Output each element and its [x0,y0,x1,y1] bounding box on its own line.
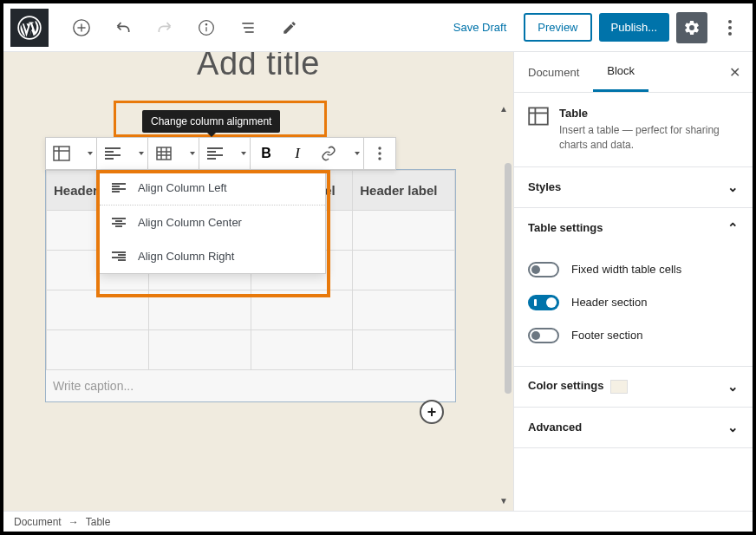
header-section-toggle[interactable] [528,295,559,310]
column-align-dropdown[interactable] [231,138,250,169]
table-cell[interactable] [353,330,455,370]
align-center-option[interactable]: Align Column Center [100,206,325,239]
column-align-button[interactable] [199,138,231,169]
table-cell[interactable] [47,330,149,370]
color-swatch [610,380,628,394]
align-right-option[interactable]: Align Column Right [100,239,325,273]
footer-section-toggle[interactable] [528,328,559,343]
block-toolbar: B I [45,137,396,170]
menu-item-label: Align Column Left [138,181,227,194]
align-button[interactable] [97,138,128,169]
table-cell[interactable] [148,330,251,370]
svg-point-10 [728,20,732,23]
scrollbar-thumb[interactable] [505,163,512,394]
breadcrumb-document[interactable]: Document [14,516,62,528]
block-description: Insert a table — perfect for sharing cha… [559,123,739,153]
chevron-up-icon: ⌃ [727,220,739,236]
table-edit-button[interactable] [148,138,179,169]
block-type-dropdown[interactable] [77,138,96,169]
preview-button[interactable]: Preview [524,13,591,42]
more-menu-button[interactable] [714,12,746,43]
more-format-dropdown[interactable] [344,138,363,169]
svg-point-12 [728,32,732,36]
align-left-option[interactable]: Align Column Left [100,171,325,206]
table-cell[interactable] [353,211,455,251]
toggle-label: Fixed width table cells [571,263,681,276]
color-settings-section-toggle[interactable]: Color settings⌄ [514,367,753,407]
table-settings-section-toggle[interactable]: Table settings⌃ [514,208,753,248]
block-more-button[interactable] [364,138,395,169]
info-button[interactable] [191,12,222,43]
menu-item-label: Align Column Center [138,216,242,229]
table-cell[interactable] [47,290,149,330]
align-dropdown[interactable] [128,138,147,169]
link-button[interactable] [313,138,344,169]
outline-button[interactable] [232,12,264,43]
svg-point-30 [378,152,381,154]
save-draft-button[interactable]: Save Draft [443,14,517,41]
toggle-label: Footer section [571,329,642,342]
publish-button[interactable]: Publish... [599,13,669,42]
block-type-button[interactable] [46,138,77,169]
table-cell[interactable] [251,290,353,330]
block-name: Table [559,107,739,120]
bold-button[interactable]: B [251,138,282,169]
table-cell[interactable] [353,290,455,330]
menu-item-label: Align Column Right [138,250,234,263]
wordpress-logo[interactable] [10,9,49,47]
settings-sidebar: Document Block ✕ Table Insert a table — … [513,52,753,511]
breadcrumb: Document → Table [3,511,753,532]
table-cell[interactable] [353,251,455,290]
tooltip: Change column alignment [142,110,280,133]
toggle-label: Header section [571,296,647,309]
edit-button[interactable] [274,12,305,43]
table-edit-dropdown[interactable] [179,138,199,169]
svg-point-11 [728,26,732,29]
fixed-width-toggle[interactable] [528,262,559,277]
page-title-placeholder[interactable]: Add title [197,52,320,82]
align-center-icon [112,218,126,228]
svg-rect-32 [529,108,548,124]
align-left-icon [112,183,126,193]
add-block-button[interactable] [66,12,97,43]
advanced-section-toggle[interactable]: Advanced⌄ [514,408,753,447]
svg-point-6 [205,23,206,24]
scroll-down-arrow[interactable]: ▼ [499,496,508,506]
top-toolbar: Save Draft Preview Publish... [3,3,753,52]
tab-block[interactable]: Block [593,52,648,92]
editor-canvas[interactable]: Add title ▲ ▼ [3,52,513,511]
table-icon [528,107,549,127]
italic-button[interactable]: I [282,138,313,169]
chevron-down-icon: ⌄ [727,420,739,435]
column-align-menu: Align Column Left Align Column Center Al… [99,170,326,274]
breadcrumb-separator: → [68,516,79,528]
svg-rect-20 [157,147,171,160]
table-header-cell[interactable]: Header label [353,171,455,211]
close-sidebar-button[interactable]: ✕ [717,64,753,81]
insert-block-button[interactable]: + [420,400,444,424]
chevron-down-icon: ⌄ [727,379,739,395]
svg-rect-13 [54,147,69,160]
svg-point-31 [378,157,381,160]
chevron-down-icon: ⌄ [727,179,739,195]
table-cell[interactable] [148,290,251,330]
table-cell[interactable] [251,330,353,370]
align-right-icon [112,251,126,262]
svg-point-29 [378,147,381,149]
redo-button[interactable] [149,12,180,43]
undo-button[interactable] [108,12,139,43]
tab-document[interactable]: Document [514,54,593,91]
table-caption[interactable]: Write caption... [46,370,455,401]
settings-button[interactable] [676,12,707,43]
styles-section-toggle[interactable]: Styles⌄ [514,167,753,207]
scroll-up-arrow[interactable]: ▲ [499,104,508,114]
breadcrumb-block[interactable]: Table [86,516,111,528]
